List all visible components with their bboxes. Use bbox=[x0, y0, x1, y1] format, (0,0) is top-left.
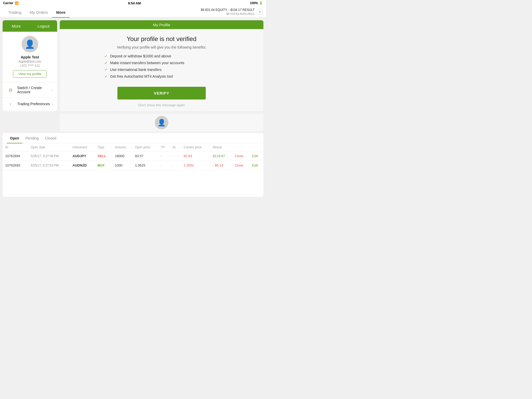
status-left: Carrier 📶 bbox=[3, 1, 19, 5]
cell-date: 5/25/17, 5:27:59 PM bbox=[28, 151, 70, 161]
benefit-item-4: ✓ Get free Autochartist MT4 Analysis too… bbox=[104, 74, 219, 78]
equity-available: $8 918.84 AVAILABLE bbox=[201, 12, 255, 16]
battery-label: 100% bbox=[250, 1, 258, 5]
col-tp: TP bbox=[158, 143, 170, 151]
benefit-label-3: Use international bank transfers bbox=[110, 68, 162, 72]
benefit-item-3: ✓ Use international bank transfers bbox=[104, 68, 219, 72]
table-container: ID Open date Instrument Type Amount Open… bbox=[3, 143, 263, 197]
cell-amount: 18000 bbox=[112, 151, 132, 161]
trading-prefs-icon: ⫶ bbox=[7, 102, 14, 106]
orders-table: ID Open date Instrument Type Amount Open… bbox=[3, 143, 263, 170]
cell-tp: - bbox=[158, 151, 170, 161]
verify-subtitle: Verifying your profile will give you the… bbox=[117, 45, 207, 49]
col-open-price: Open price bbox=[132, 143, 158, 151]
order-tabs: Open Pending Closed bbox=[3, 133, 263, 143]
cell-close[interactable]: Close bbox=[232, 151, 250, 161]
profile-content: Your profile is not verified Verifying y… bbox=[60, 29, 263, 111]
benefit-item-2: ✓ Make instant transfers between your ac… bbox=[104, 61, 219, 65]
verify-button[interactable]: VERIFY bbox=[117, 87, 206, 99]
cell-instrument: AUDNZD bbox=[70, 161, 95, 170]
menu-item-switch-create-label: Switch / Create Account bbox=[17, 86, 52, 94]
cell-result: - $5.14 bbox=[210, 161, 232, 170]
table-row: 10762693 5/25/17, 5:27:53 PM AUDNZD BUY … bbox=[3, 161, 263, 170]
benefit-label-4: Get free Autochartist MT4 Analysis tool bbox=[110, 74, 173, 78]
cell-type: SELL bbox=[95, 151, 112, 161]
cell-sl: - bbox=[170, 161, 181, 170]
benefit-label-2: Make instant transfers between your acco… bbox=[110, 61, 184, 65]
wifi-icon: 📶 bbox=[15, 1, 19, 5]
carrier-label: Carrier bbox=[3, 1, 13, 5]
bottom-user-icon: 👤 bbox=[157, 119, 166, 127]
order-tab-open[interactable]: Open bbox=[7, 134, 22, 143]
col-instrument: Instrument bbox=[70, 143, 95, 151]
nav-tab-myorders[interactable]: My Orders bbox=[25, 8, 52, 18]
col-open-date: Open date bbox=[28, 143, 70, 151]
cell-date: 5/25/17, 5:27:53 PM bbox=[28, 161, 70, 170]
nav-tab-more[interactable]: More bbox=[52, 8, 70, 18]
col-close-action bbox=[232, 143, 250, 151]
cell-sl: - bbox=[170, 151, 181, 161]
user-name: Apple Test bbox=[21, 55, 39, 59]
col-sl: SL bbox=[170, 143, 181, 151]
order-tab-pending[interactable]: Pending bbox=[22, 134, 42, 143]
cell-current-price: 82.83 bbox=[181, 151, 210, 161]
menu-item-switch-create[interactable]: ⊟ Switch / Create Account › bbox=[3, 82, 57, 98]
benefits-list: ✓ Deposit or withdraw $1000 and above ✓ … bbox=[104, 54, 219, 81]
benefit-label-1: Deposit or withdraw $1000 and above bbox=[110, 54, 171, 58]
user-phone: +371 ***** 111 bbox=[20, 64, 40, 68]
view-profile-button[interactable]: View my profile bbox=[13, 70, 47, 78]
menu-item-trading-prefs[interactable]: ⫶ Trading Preferences › bbox=[3, 98, 57, 110]
chevron-right-icon: › bbox=[52, 88, 53, 92]
check-icon-2: ✓ bbox=[104, 61, 108, 65]
cell-open-price: 1.0625 bbox=[132, 161, 158, 170]
cell-edit[interactable]: Edit bbox=[250, 161, 263, 170]
user-icon: 👤 bbox=[25, 39, 35, 49]
user-email: Apple@test.com bbox=[18, 60, 41, 63]
equity-value: $9 831.04 EQUITY, - $104.17 RESULT bbox=[201, 8, 255, 11]
equity-dropdown-button[interactable]: ▾ bbox=[257, 9, 263, 15]
col-current-price: Current price bbox=[181, 143, 210, 151]
left-header-more-label: More bbox=[3, 20, 30, 32]
switch-create-icon: ⊟ bbox=[7, 88, 14, 92]
menu-item-trading-prefs-label: Trading Preferences bbox=[17, 102, 52, 106]
left-panel: More Logout 👤 Apple Test Apple@test.com … bbox=[3, 20, 57, 111]
check-icon-3: ✓ bbox=[104, 68, 108, 72]
orders-tbody: 10762694 5/25/17, 5:27:59 PM AUDJPY SELL… bbox=[3, 151, 263, 170]
nav-tab-trading[interactable]: Trading bbox=[4, 8, 25, 18]
order-tab-closed[interactable]: Closed bbox=[42, 134, 59, 143]
left-header: More Logout bbox=[3, 20, 57, 32]
cell-id: 10762694 bbox=[3, 151, 28, 161]
cell-type: BUY bbox=[95, 161, 112, 170]
battery-icon: 🔋 bbox=[259, 1, 263, 5]
cell-open-price: 83.57 bbox=[132, 151, 158, 161]
right-panel: My Profile Your profile is not verified … bbox=[60, 20, 263, 111]
table-header-row: ID Open date Instrument Type Amount Open… bbox=[3, 143, 263, 151]
col-type: Type bbox=[95, 143, 112, 151]
bottom-avatar: 👤 bbox=[155, 116, 168, 129]
menu-item-messages[interactable]: ✉ Messages › bbox=[3, 110, 57, 111]
cell-instrument: AUDJPY bbox=[70, 151, 95, 161]
col-id: ID bbox=[3, 143, 28, 151]
nav-tabs: Trading My Orders More bbox=[4, 8, 70, 17]
status-right: 100% 🔋 bbox=[250, 1, 263, 5]
cell-result: $119.67 bbox=[210, 151, 232, 161]
cell-current-price: 1.0552 bbox=[181, 161, 210, 170]
profile-section: 👤 Apple Test Apple@test.com +371 ***** 1… bbox=[3, 32, 57, 82]
bottom-avatar-area: 👤 bbox=[3, 114, 263, 131]
dont-show-label[interactable]: Don't show this message again bbox=[138, 103, 185, 107]
check-icon-1: ✓ bbox=[104, 54, 108, 58]
top-panel: More Logout 👤 Apple Test Apple@test.com … bbox=[0, 18, 266, 114]
logout-button[interactable]: Logout bbox=[30, 20, 57, 32]
cell-close[interactable]: Close bbox=[232, 161, 250, 170]
cell-edit[interactable]: Edit bbox=[250, 151, 263, 161]
cell-tp: - bbox=[158, 161, 170, 170]
table-row: 10762694 5/25/17, 5:27:59 PM AUDJPY SELL… bbox=[3, 151, 263, 161]
right-panel-header: My Profile bbox=[60, 20, 263, 29]
status-bar: Carrier 📶 9:54 AM 100% 🔋 bbox=[0, 0, 266, 6]
menu-list: ⊟ Switch / Create Account › ⫶ Trading Pr… bbox=[3, 82, 57, 111]
col-amount: Amount bbox=[112, 143, 132, 151]
not-verified-title: Your profile is not verified bbox=[127, 35, 197, 43]
cell-amount: 1000 bbox=[112, 161, 132, 170]
nav-bar: Trading My Orders More $9 831.04 EQUITY,… bbox=[0, 6, 266, 18]
nav-right: $9 831.04 EQUITY, - $104.17 RESULT $8 91… bbox=[201, 8, 263, 16]
